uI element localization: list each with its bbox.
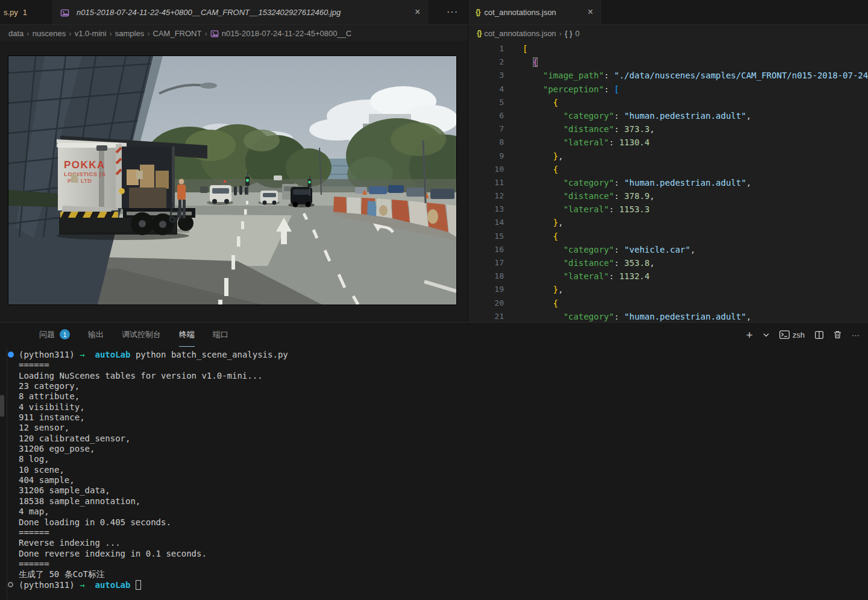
line-number: 17 (468, 256, 504, 270)
line-number: 13 (468, 203, 504, 216)
breadcrumb-item[interactable]: samples (115, 29, 144, 38)
terminal-line: 31206 ego_pose, (19, 444, 868, 454)
new-terminal-button[interactable]: + (746, 329, 753, 341)
terminal-cursor (136, 580, 141, 590)
white-sedan (258, 191, 280, 205)
line-number: 14 (468, 216, 504, 229)
shell-session-item[interactable]: zsh (779, 330, 805, 339)
breadcrumb-item[interactable]: data (8, 29, 24, 38)
code-line: 11 "category": "human.pedestrian.adult", (468, 176, 868, 189)
terminal-line: ====== (19, 528, 868, 538)
code-editor[interactable]: 1[2 {3 "image_path": "./data/nuscenes/sa… (468, 41, 868, 322)
terminal-line: ====== (19, 559, 868, 569)
code-line: 15 { (468, 230, 868, 243)
truck-brand-text: POKKA (64, 159, 105, 171)
code-line: 16 "category": "vehicle.car", (468, 243, 868, 256)
terminal-line: 18538 sample_annotation, (19, 496, 868, 507)
tab-bar-right: {} cot_annotations.json × (468, 0, 868, 25)
panel-tab-output[interactable]: 输出 (88, 323, 104, 347)
terminal-line: 911 instance, (19, 412, 868, 423)
breadcrumb-item[interactable]: v1.0-mini (75, 29, 107, 38)
code-line: 12 "distance": 378.9, (468, 189, 868, 203)
breadcrumb-separator: › (559, 29, 562, 38)
line-number: 1 (468, 42, 504, 55)
tab-json-file[interactable]: {} cot_annotations.json × (468, 0, 601, 24)
code-line: 18 "lateral": 1132.4 (468, 270, 868, 283)
terminal-line: 120 calibrated_sensor, (19, 434, 868, 444)
black-suv (288, 187, 315, 207)
breadcrumb-separator: › (27, 29, 29, 38)
terminal-line: ====== (19, 360, 868, 370)
tab-image-file[interactable]: n015-2018-07-24-11-22-45+0800__CAM_FRONT… (53, 0, 428, 24)
terminal-line: 12 sensor, (19, 423, 868, 433)
command-decoration-icon[interactable] (8, 352, 14, 358)
breadcrumb-separator: › (147, 29, 149, 38)
code-line: 4 "perception": [ (468, 83, 868, 96)
breadcrumb-symbol[interactable]: 0 (575, 29, 579, 38)
panel-tab-label: 端口 (213, 329, 228, 340)
panel-tab-debug-console[interactable]: 调试控制台 (122, 323, 161, 347)
terminal-dropdown-chevron-icon[interactable] (763, 333, 769, 337)
line-number: 21 (468, 310, 504, 322)
line-number: 18 (468, 270, 504, 283)
code-line: 21 "category": "human.pedestrian.adult", (468, 310, 868, 322)
code-line: 10 { (468, 163, 868, 176)
code-line: 5 { (468, 96, 868, 109)
scrollbar-thumb[interactable] (0, 395, 4, 417)
white-minivan (210, 185, 231, 204)
editor-group-right: {} cot_annotations.json × {} cot_annotat… (468, 0, 868, 322)
breadcrumb-item[interactable]: CAM_FRONT (153, 29, 202, 38)
json-file-icon: {} (477, 29, 481, 37)
terminal-line: (python311) → autoLab (19, 580, 868, 590)
breadcrumb-separator: › (109, 29, 112, 38)
panel-tab-label: 问题 (39, 329, 55, 340)
code-line: 6 "category": "human.pedestrian.adult", (468, 109, 868, 122)
terminal[interactable]: (python311) → autoLab python batch_scene… (0, 347, 868, 600)
panel-more-actions-icon[interactable]: ··· (852, 330, 860, 339)
line-number: 6 (468, 109, 504, 122)
tab-overflow-icon[interactable]: ··· (447, 0, 458, 24)
line-number: 4 (468, 83, 504, 96)
line-number: 3 (468, 69, 504, 82)
breadcrumb-item[interactable]: cot_annotations.json (484, 29, 556, 38)
line-number: 11 (468, 176, 504, 189)
panel-tabs: 问题1输出调试控制台终端端口 (39, 323, 228, 347)
command-decoration-icon[interactable] (8, 582, 13, 587)
code-line: 8 "lateral": 1130.4 (468, 136, 868, 149)
line-number: 5 (468, 96, 504, 109)
tab-python-file[interactable]: s.py 1 (0, 0, 53, 24)
image-file-icon (60, 8, 69, 17)
code-line: 17 "distance": 353.8, (468, 256, 868, 270)
tab-bar-left: s.py 1 n015-2018-07-24-11-22-45+0800__CA… (0, 0, 468, 25)
truck-text-2: LOGISTICS (S (64, 171, 105, 177)
code-line: 7 "distance": 373.3, (468, 122, 868, 136)
breadcrumb-file[interactable]: n015-2018-07-24-11-22-45+0800__C (222, 29, 352, 38)
breadcrumb-left: data›nuscenes›v1.0-mini›samples›CAM_FRON… (0, 25, 468, 42)
panel-tab-problems[interactable]: 问题1 (39, 323, 70, 347)
bottom-panel: 问题1输出调试控制台终端端口 + zsh ··· (py (0, 322, 868, 600)
camera-photo: POKKA LOGISTICS (S PTE LTD (8, 56, 456, 305)
close-icon[interactable]: × (588, 7, 593, 17)
line-number: 9 (468, 150, 504, 163)
shell-label: zsh (793, 330, 805, 339)
line-number: 2 (468, 55, 504, 69)
line-number: 20 (468, 297, 504, 310)
terminal-line: Done loading in 0.405 seconds. (19, 517, 868, 528)
vscode-window: s.py 1 n015-2018-07-24-11-22-45+0800__CA… (0, 0, 868, 600)
terminal-line: 4 visibility, (19, 402, 868, 412)
panel-tab-label: 调试控制台 (122, 329, 161, 340)
code-line: 3 "image_path": "./data/nuscenes/samples… (468, 69, 868, 82)
terminal-line: Loading NuScenes tables for version v1.0… (19, 371, 868, 381)
terminal-line: 31206 sample_data, (19, 485, 868, 496)
panel-tab-ports[interactable]: 端口 (213, 323, 228, 347)
panel-tab-terminal[interactable]: 终端 (179, 323, 195, 347)
close-icon[interactable]: × (415, 7, 420, 17)
kill-terminal-trash-icon[interactable] (834, 330, 841, 339)
terminal-line: 4 map, (19, 507, 868, 517)
breadcrumb-item[interactable]: nuscenes (33, 29, 66, 38)
terminal-lines: (python311) → autoLab python batch_scene… (19, 350, 868, 590)
code-line: 1[ (468, 42, 868, 55)
line-number: 19 (468, 283, 504, 296)
line-number: 15 (468, 230, 504, 243)
split-terminal-icon[interactable] (815, 331, 823, 339)
